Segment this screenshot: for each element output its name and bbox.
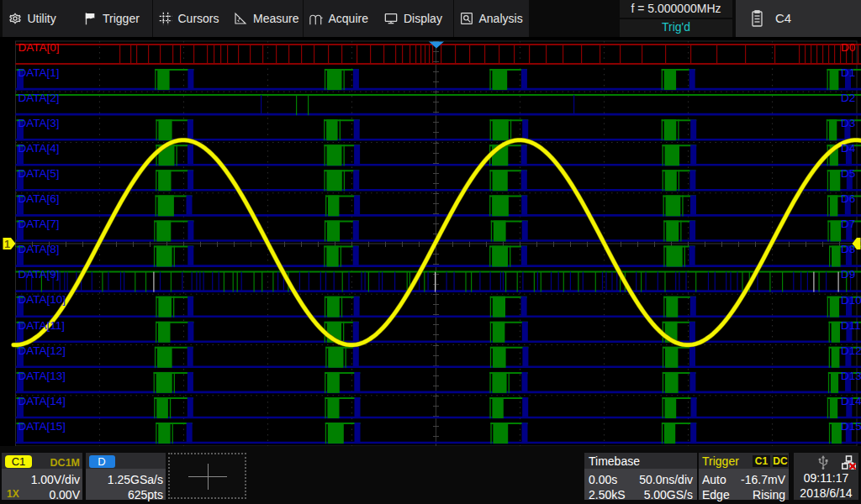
svg-text:D13: D13 — [841, 370, 861, 382]
svg-text:DATA[10]: DATA[10] — [18, 293, 66, 306]
svg-text:DATA[8]: DATA[8] — [18, 243, 60, 255]
svg-text:D12: D12 — [841, 344, 861, 357]
svg-text:D15: D15 — [841, 420, 861, 433]
svg-text:DATA[12]: DATA[12] — [18, 344, 66, 357]
svg-text:D2: D2 — [841, 92, 855, 104]
svg-text:D11: D11 — [841, 319, 861, 332]
svg-text:DATA[15]: DATA[15] — [18, 420, 66, 433]
svg-text:D10: D10 — [841, 294, 861, 307]
svg-text:D0: D0 — [841, 41, 855, 54]
svg-text:DATA[7]: DATA[7] — [18, 218, 60, 230]
svg-text:D8: D8 — [841, 243, 855, 255]
svg-text:D9: D9 — [841, 268, 855, 281]
svg-text:D4: D4 — [841, 142, 856, 155]
svg-text:D3: D3 — [841, 117, 855, 129]
svg-text:DATA[2]: DATA[2] — [18, 92, 60, 104]
svg-text:DATA[13]: DATA[13] — [18, 370, 66, 382]
svg-text:D7: D7 — [841, 218, 855, 230]
svg-text:D6: D6 — [841, 192, 855, 205]
svg-text:DATA[14]: DATA[14] — [18, 395, 66, 407]
svg-text:1: 1 — [4, 239, 10, 250]
svg-text:D1: D1 — [841, 66, 855, 79]
svg-text:DATA[3]: DATA[3] — [18, 117, 60, 129]
svg-text:DATA[5]: DATA[5] — [18, 167, 60, 180]
svg-text:DATA[6]: DATA[6] — [18, 192, 60, 205]
svg-text:D14: D14 — [841, 395, 861, 407]
svg-text:DATA[11]: DATA[11] — [18, 319, 66, 332]
svg-text:DATA[9]: DATA[9] — [18, 268, 60, 281]
svg-text:DATA[0]: DATA[0] — [18, 41, 60, 54]
svg-text:D5: D5 — [841, 167, 855, 180]
svg-text:DATA[4]: DATA[4] — [18, 142, 60, 155]
svg-text:DATA[1]: DATA[1] — [18, 66, 60, 79]
